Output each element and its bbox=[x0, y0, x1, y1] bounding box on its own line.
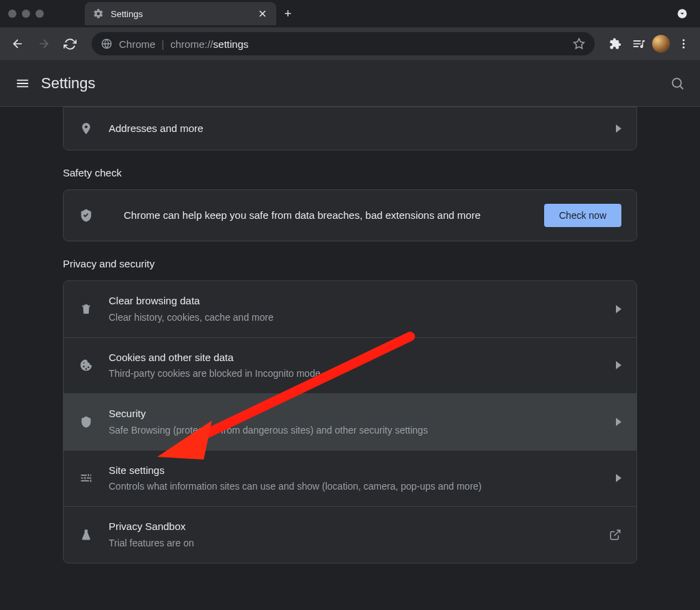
window-tab-strip: Settings + bbox=[0, 0, 700, 27]
row-subtitle: Trial features are on bbox=[109, 536, 609, 551]
media-control-icon[interactable] bbox=[629, 34, 648, 53]
row-title: Security bbox=[109, 406, 616, 422]
reload-button[interactable] bbox=[59, 33, 81, 55]
sliders-icon bbox=[79, 470, 94, 486]
clear-browsing-data-row[interactable]: Clear browsing data Clear history, cooki… bbox=[64, 281, 636, 338]
maximize-window-button[interactable] bbox=[36, 10, 44, 18]
back-button[interactable] bbox=[7, 33, 29, 55]
browser-toolbar: Chrome|chrome://settings bbox=[0, 27, 700, 60]
kebab-menu-icon[interactable] bbox=[674, 34, 693, 53]
privacy-card: Clear browsing data Clear history, cooki… bbox=[63, 280, 637, 563]
cookies-row[interactable]: Cookies and other site data Third-party … bbox=[64, 338, 636, 395]
svg-point-5 bbox=[683, 47, 685, 49]
row-title: Privacy Sandbox bbox=[109, 519, 609, 535]
chevron-right-icon bbox=[616, 305, 621, 313]
site-settings-row[interactable]: Site settings Controls what information … bbox=[64, 451, 636, 507]
new-tab-button[interactable]: + bbox=[284, 7, 292, 21]
close-window-button[interactable] bbox=[8, 10, 16, 18]
row-title: Cookies and other site data bbox=[109, 350, 616, 366]
row-title: Addresses and more bbox=[109, 121, 616, 137]
browser-tab[interactable]: Settings bbox=[85, 2, 276, 25]
external-link-icon bbox=[609, 529, 621, 541]
bookmark-star-icon[interactable] bbox=[573, 38, 585, 50]
settings-content: Addresses and more Safety check Chrome c… bbox=[0, 107, 700, 610]
window-controls bbox=[8, 10, 44, 18]
chevron-right-icon bbox=[616, 361, 621, 369]
row-subtitle: Safe Browsing (protection from dangerous… bbox=[109, 423, 616, 438]
svg-marker-2 bbox=[574, 39, 584, 49]
shield-check-icon bbox=[79, 208, 94, 223]
close-tab-button[interactable] bbox=[257, 8, 268, 19]
security-row[interactable]: Security Safe Browsing (protection from … bbox=[64, 394, 636, 451]
minimize-window-button[interactable] bbox=[22, 10, 30, 18]
profile-avatar[interactable] bbox=[652, 35, 670, 53]
svg-point-3 bbox=[683, 39, 685, 41]
flask-icon bbox=[79, 527, 94, 542]
location-pin-icon bbox=[79, 121, 94, 136]
site-info-icon[interactable] bbox=[101, 38, 112, 49]
forward-button[interactable] bbox=[33, 33, 55, 55]
shield-icon bbox=[79, 414, 94, 429]
row-subtitle: Clear history, cookies, cache and more bbox=[109, 310, 616, 325]
addresses-row[interactable]: Addresses and more bbox=[64, 107, 636, 150]
chevron-right-icon bbox=[616, 418, 621, 426]
chevron-down-circle-icon[interactable] bbox=[673, 4, 692, 23]
address-bar[interactable]: Chrome|chrome://settings bbox=[92, 32, 595, 55]
safety-check-heading: Safety check bbox=[63, 167, 637, 178]
trash-icon bbox=[79, 302, 94, 317]
safety-check-card: Chrome can help keep you safe from data … bbox=[63, 189, 637, 241]
row-title: Clear browsing data bbox=[109, 293, 616, 309]
extensions-icon[interactable] bbox=[606, 34, 625, 53]
gear-icon bbox=[93, 8, 104, 19]
svg-point-4 bbox=[683, 43, 685, 45]
row-subtitle: Third-party cookies are blocked in Incog… bbox=[109, 367, 616, 381]
chevron-right-icon bbox=[616, 474, 621, 482]
chevron-right-icon bbox=[616, 124, 621, 133]
check-now-button[interactable]: Check now bbox=[544, 204, 621, 227]
url-text: Chrome|chrome://settings bbox=[119, 38, 249, 50]
privacy-heading: Privacy and security bbox=[63, 258, 637, 269]
row-title: Site settings bbox=[109, 463, 616, 479]
hamburger-menu-icon[interactable] bbox=[15, 76, 30, 91]
cookie-icon bbox=[79, 358, 94, 373]
tab-title: Settings bbox=[111, 9, 250, 19]
safety-check-text: Chrome can help keep you safe from data … bbox=[124, 208, 544, 224]
row-subtitle: Controls what information sites can use … bbox=[109, 479, 616, 494]
svg-point-6 bbox=[673, 78, 682, 87]
search-icon[interactable] bbox=[670, 76, 685, 91]
settings-header: Settings bbox=[0, 60, 700, 107]
privacy-sandbox-row[interactable]: Privacy Sandbox Trial features are on bbox=[64, 507, 636, 563]
page-title: Settings bbox=[41, 75, 670, 92]
